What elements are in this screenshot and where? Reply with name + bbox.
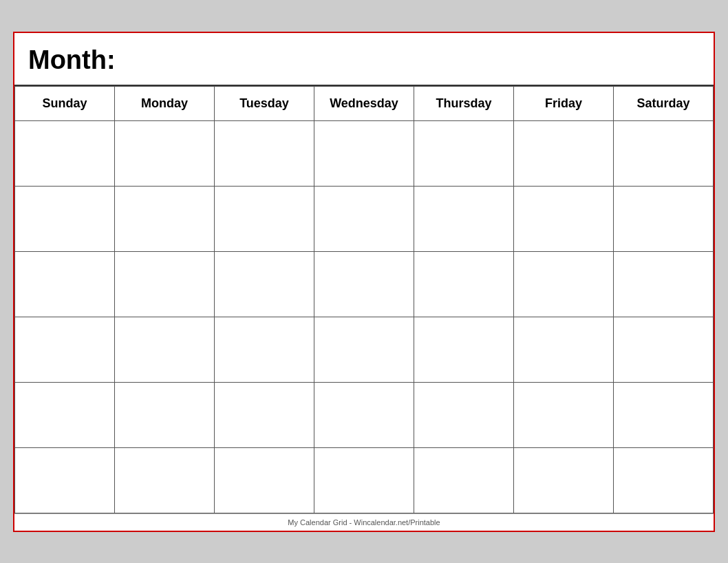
calendar-cell[interactable] [15,120,115,186]
calendar-row [15,382,714,447]
calendar-cell[interactable] [614,251,714,317]
calendar-page: Month: SundayMondayTuesdayWednesdayThurs… [13,32,715,532]
calendar-cell[interactable] [314,186,414,251]
calendar-cell[interactable] [115,251,215,317]
calendar-cell[interactable] [215,317,314,382]
days-header: SundayMondayTuesdayWednesdayThursdayFrid… [15,86,714,120]
calendar-footer: My Calendar Grid - Wincalendar.net/Print… [14,513,714,531]
header-saturday: Saturday [614,86,714,120]
calendar-cell[interactable] [414,382,514,447]
calendar-cell[interactable] [115,382,215,447]
calendar-cell[interactable] [614,382,714,447]
header-sunday: Sunday [15,86,115,120]
header-tuesday: Tuesday [215,86,314,120]
calendar-cell[interactable] [115,447,215,513]
header-wednesday: Wednesday [314,86,414,120]
calendar-cell[interactable] [414,186,514,251]
calendar-cell[interactable] [514,317,614,382]
calendar-row [15,447,714,513]
calendar-cell[interactable] [514,186,614,251]
calendar-cell[interactable] [115,120,215,186]
calendar-cell[interactable] [115,317,215,382]
month-title: Month: [28,45,700,75]
calendar-cell[interactable] [15,447,115,513]
calendar-cell[interactable] [15,317,115,382]
calendar-cell[interactable] [614,447,714,513]
calendar-cell[interactable] [514,251,614,317]
calendar-grid: SundayMondayTuesdayWednesdayThursdayFrid… [14,86,714,513]
calendar-row [15,251,714,317]
calendar-header: Month: [14,33,714,86]
calendar-body [15,120,714,513]
calendar-cell[interactable] [314,120,414,186]
calendar-cell[interactable] [614,186,714,251]
calendar-row [15,186,714,251]
footer-text: My Calendar Grid - Wincalendar.net/Print… [288,518,440,527]
calendar-cell[interactable] [614,317,714,382]
calendar-cell[interactable] [215,251,314,317]
calendar-cell[interactable] [215,120,314,186]
calendar-cell[interactable] [514,120,614,186]
calendar-cell[interactable] [514,447,614,513]
calendar-row [15,317,714,382]
calendar-cell[interactable] [414,447,514,513]
calendar-cell[interactable] [514,382,614,447]
calendar-cell[interactable] [614,120,714,186]
calendar-cell[interactable] [15,251,115,317]
header-thursday: Thursday [414,86,514,120]
calendar-cell[interactable] [414,251,514,317]
calendar-cell[interactable] [314,382,414,447]
header-monday: Monday [115,86,215,120]
calendar-cell[interactable] [15,382,115,447]
calendar-row [15,120,714,186]
calendar-cell[interactable] [314,251,414,317]
calendar-cell[interactable] [414,120,514,186]
header-friday: Friday [514,86,614,120]
calendar-cell[interactable] [215,447,314,513]
calendar-cell[interactable] [215,382,314,447]
calendar-cell[interactable] [414,317,514,382]
calendar-cell[interactable] [215,186,314,251]
calendar-cell[interactable] [314,447,414,513]
calendar-cell[interactable] [314,317,414,382]
calendar-cell[interactable] [115,186,215,251]
calendar-cell[interactable] [15,186,115,251]
calendar-header-row: SundayMondayTuesdayWednesdayThursdayFrid… [15,86,714,120]
